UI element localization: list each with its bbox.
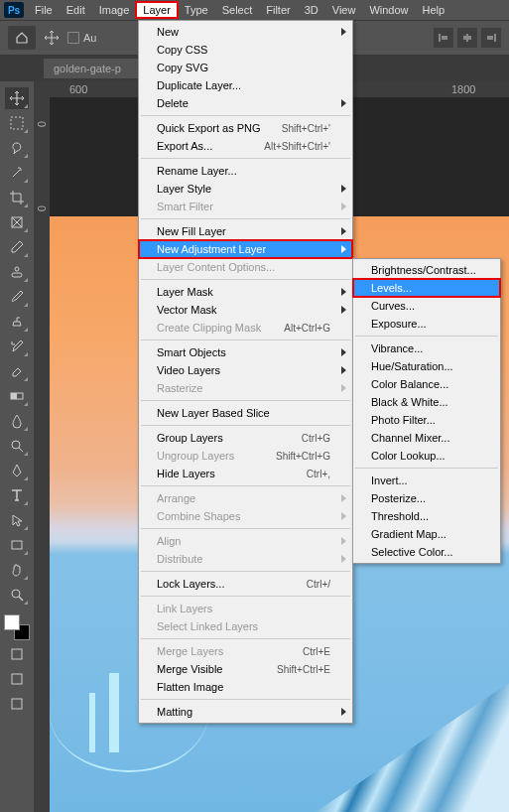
menu-item-label: Export As...: [157, 140, 212, 152]
align-center-button[interactable]: [457, 28, 477, 48]
screen-mode-button[interactable]: [5, 693, 29, 715]
menubar-item-filter[interactable]: Filter: [259, 2, 297, 18]
rectangle-tool[interactable]: [5, 534, 29, 556]
menu-item-label: Layer Style: [157, 183, 211, 195]
menu-item-label: Curves...: [371, 300, 415, 312]
adjustment-menu-item-selective-color[interactable]: Selective Color...: [353, 543, 500, 561]
adjustment-layer-submenu: Brightness/Contrast...Levels...Curves...…: [352, 258, 501, 564]
adjustment-menu-item-gradient-map[interactable]: Gradient Map...: [353, 525, 500, 543]
layer-menu-item-new-layer-based-slice[interactable]: New Layer Based Slice: [139, 404, 352, 422]
layer-menu-item-delete[interactable]: Delete: [139, 94, 352, 112]
pen-tool[interactable]: [5, 460, 29, 481]
layer-menu-item-copy-css[interactable]: Copy CSS: [139, 41, 352, 59]
menu-item-label: Hide Layers: [157, 468, 215, 479]
layer-menu-item-group-layers[interactable]: Group LayersCtrl+G: [139, 429, 352, 447]
adjustment-menu-item-threshold[interactable]: Threshold...: [353, 507, 500, 525]
layer-menu-item-layer-mask[interactable]: Layer Mask: [139, 283, 352, 301]
layer-menu-item-lock-layers[interactable]: Lock Layers...Ctrl+/: [139, 575, 352, 593]
submenu-arrow-icon: [341, 185, 346, 193]
edit-toolbar-button[interactable]: [5, 643, 29, 665]
dodge-tool[interactable]: [5, 435, 29, 457]
marquee-tool[interactable]: [5, 112, 29, 134]
layer-menu-item-hide-layers[interactable]: Hide LayersCtrl+,: [139, 465, 352, 482]
lasso-tool[interactable]: [5, 137, 29, 159]
blur-tool[interactable]: [5, 410, 29, 432]
menubar-item-edit[interactable]: Edit: [60, 2, 92, 18]
adjustment-menu-item-curves[interactable]: Curves...: [353, 297, 500, 315]
submenu-arrow-icon: [341, 494, 346, 502]
crop-tool[interactable]: [5, 187, 29, 208]
menu-item-label: Threshold...: [371, 510, 429, 522]
adjustment-menu-item-vibrance[interactable]: Vibrance...: [353, 339, 500, 357]
layer-menu-item-layer-style[interactable]: Layer Style: [139, 180, 352, 198]
home-button[interactable]: [8, 26, 36, 50]
menubar-item-3d[interactable]: 3D: [298, 2, 325, 18]
adjustment-menu-item-color-balance[interactable]: Color Balance...: [353, 375, 500, 393]
hand-tool[interactable]: [5, 559, 29, 581]
adjustment-menu-item-color-lookup[interactable]: Color Lookup...: [353, 447, 500, 465]
layer-menu-item-new-adjustment-layer[interactable]: New Adjustment Layer: [139, 240, 352, 258]
history-brush-tool[interactable]: [5, 336, 29, 357]
menubar-item-type[interactable]: Type: [178, 2, 215, 18]
menu-separator: [141, 115, 350, 116]
color-swatch[interactable]: [4, 614, 30, 640]
menu-item-label: Brightness/Contrast...: [371, 264, 476, 276]
adjustment-menu-item-levels[interactable]: Levels...: [353, 279, 500, 297]
brush-tool[interactable]: [5, 286, 29, 308]
adjustment-menu-item-channel-mixer[interactable]: Channel Mixer...: [353, 429, 500, 447]
adjustment-menu-item-black-white[interactable]: Black & White...: [353, 393, 500, 411]
menu-item-label: Rasterize: [157, 382, 202, 394]
layer-menu-item-new-fill-layer[interactable]: New Fill Layer: [139, 222, 352, 240]
layer-menu-item-smart-objects[interactable]: Smart Objects: [139, 343, 352, 361]
frame-tool[interactable]: [5, 211, 29, 233]
layer-menu-item-matting[interactable]: Matting: [139, 703, 352, 721]
menu-separator: [141, 400, 350, 401]
eraser-tool[interactable]: [5, 360, 29, 382]
zoom-tool[interactable]: [5, 584, 29, 606]
adjustment-menu-item-invert[interactable]: Invert...: [353, 472, 500, 489]
menubar-item-help[interactable]: Help: [416, 2, 452, 18]
layer-menu-item-duplicate-layer[interactable]: Duplicate Layer...: [139, 76, 352, 94]
bridge-decoration: [109, 673, 119, 752]
path-select-tool[interactable]: [5, 509, 29, 531]
align-right-button[interactable]: [481, 28, 501, 48]
menu-separator: [141, 699, 350, 700]
align-left-button[interactable]: [434, 28, 453, 48]
menubar-item-image[interactable]: Image: [92, 2, 137, 18]
menubar-item-layer[interactable]: Layer: [136, 2, 178, 18]
layer-menu-item-merge-visible[interactable]: Merge VisibleShift+Ctrl+E: [139, 660, 352, 678]
adjustment-menu-item-exposure[interactable]: Exposure...: [353, 315, 500, 333]
move-tool[interactable]: [5, 87, 29, 109]
adjustment-menu-item-photo-filter[interactable]: Photo Filter...: [353, 411, 500, 429]
type-tool[interactable]: [5, 484, 29, 506]
adjustment-menu-item-hue-saturation[interactable]: Hue/Saturation...: [353, 357, 500, 375]
quick-mask-button[interactable]: [5, 668, 29, 690]
magic-wand-tool[interactable]: [5, 162, 29, 184]
layer-menu-item-video-layers[interactable]: Video Layers: [139, 361, 352, 379]
layer-menu-item-vector-mask[interactable]: Vector Mask: [139, 301, 352, 319]
layer-menu-item-copy-svg[interactable]: Copy SVG: [139, 59, 352, 76]
menubar-item-select[interactable]: Select: [215, 2, 260, 18]
move-tool-icon[interactable]: [44, 30, 60, 46]
ruler-vertical: 00: [34, 81, 50, 812]
spot-healing-tool[interactable]: [5, 261, 29, 283]
menu-shortcut: Ctrl+G: [302, 433, 330, 444]
menu-item-label: Photo Filter...: [371, 414, 436, 426]
adjustment-menu-item-brightness-contrast[interactable]: Brightness/Contrast...: [353, 261, 500, 279]
auto-select-checkbox[interactable]: Au: [67, 32, 96, 44]
adjustment-menu-item-posterize[interactable]: Posterize...: [353, 489, 500, 507]
layer-menu-item-export-as[interactable]: Export As...Alt+Shift+Ctrl+': [139, 137, 352, 155]
menubar-item-window[interactable]: Window: [362, 2, 415, 18]
gradient-tool[interactable]: [5, 385, 29, 407]
menu-shortcut: Ctrl+E: [303, 646, 330, 657]
menubar-item-view[interactable]: View: [325, 2, 363, 18]
layer-menu-item-flatten-image[interactable]: Flatten Image: [139, 678, 352, 696]
layer-menu-item-rename-layer[interactable]: Rename Layer...: [139, 162, 352, 180]
layer-menu-item-quick-export-as-png[interactable]: Quick Export as PNGShift+Ctrl+': [139, 119, 352, 137]
layer-menu-item-new[interactable]: New: [139, 23, 352, 41]
menu-item-label: New: [157, 26, 179, 38]
menubar-item-file[interactable]: File: [28, 2, 60, 18]
eyedropper-tool[interactable]: [5, 236, 29, 258]
clone-stamp-tool[interactable]: [5, 311, 29, 333]
submenu-arrow-icon: [341, 288, 346, 296]
